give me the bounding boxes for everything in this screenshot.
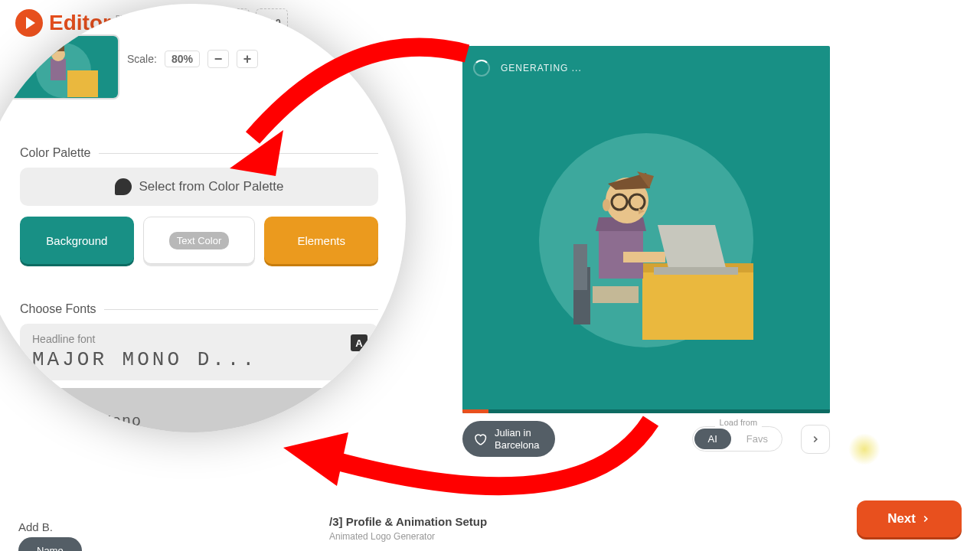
preview-canvas: GENERATING ... bbox=[462, 46, 830, 413]
location-pill[interactable]: Julian in Barcelona bbox=[462, 421, 555, 457]
color-palette-title: Color Palette bbox=[20, 146, 378, 160]
chevron-right-icon bbox=[810, 434, 821, 445]
text-font-name: Cutive Mono bbox=[32, 412, 366, 430]
headline-font-name: MAJOR MONO D... bbox=[32, 348, 366, 371]
name-button[interactable]: Name bbox=[18, 537, 82, 551]
font-badge-icon: A bbox=[351, 334, 368, 351]
scale-minus[interactable]: − bbox=[207, 50, 229, 68]
svg-rect-10 bbox=[593, 286, 639, 303]
color-chips: Background Text Color Elements bbox=[20, 217, 378, 264]
progress-bar bbox=[462, 409, 830, 413]
svg-marker-25 bbox=[283, 432, 348, 486]
load-from-group: Load from AI Favs bbox=[692, 426, 782, 452]
svg-rect-13 bbox=[623, 252, 665, 262]
svg-marker-15 bbox=[654, 267, 738, 275]
logo-icon bbox=[15, 9, 43, 37]
next-preview-button[interactable] bbox=[801, 425, 830, 454]
headline-font-card[interactable]: Headline font MAJOR MONO D... A bbox=[20, 324, 378, 380]
scale-label: Scale: bbox=[127, 53, 157, 65]
text-font-label: Text font bbox=[32, 397, 366, 409]
add-branding-label: Add B. bbox=[18, 520, 53, 533]
next-button[interactable]: Next bbox=[857, 500, 962, 537]
svg-rect-5 bbox=[52, 45, 64, 51]
svg-rect-3 bbox=[51, 59, 66, 80]
scale-plus[interactable]: + bbox=[237, 50, 258, 68]
scale-value: 80% bbox=[165, 51, 200, 67]
headline-font-label: Headline font bbox=[32, 333, 366, 345]
font-badge-icon: A bbox=[351, 399, 368, 416]
text-font-card[interactable]: Text font Cutive Mono A bbox=[20, 388, 378, 432]
chip-background[interactable]: Background bbox=[20, 217, 134, 264]
svg-point-22 bbox=[603, 199, 610, 211]
generating-status: GENERATING ... bbox=[473, 60, 582, 77]
cursor-highlight bbox=[848, 433, 880, 465]
preview-footer: Julian in Barcelona Load from AI Favs bbox=[462, 421, 830, 457]
step-title: /3] Profile & Animation Setup bbox=[329, 515, 487, 528]
magnified-panel: Scale: 80% − + Color Palette Select from… bbox=[0, 4, 406, 432]
svg-rect-9 bbox=[573, 244, 587, 290]
svg-marker-14 bbox=[658, 225, 727, 271]
load-from-label: Load from bbox=[715, 418, 763, 427]
load-favs-button[interactable]: Favs bbox=[733, 427, 782, 451]
palette-select-button[interactable]: Select from Color Palette bbox=[20, 168, 378, 206]
step-subtitle: Animated Logo Generator bbox=[329, 531, 435, 542]
palette-icon bbox=[115, 178, 132, 195]
chip-elements[interactable]: Elements bbox=[264, 217, 378, 264]
scale-controls: Scale: 80% − + bbox=[127, 50, 258, 68]
svg-rect-2 bbox=[67, 70, 98, 97]
chip-text-color[interactable]: Text Color bbox=[143, 217, 256, 264]
fonts-title: Choose Fonts bbox=[20, 302, 378, 316]
spinner-icon bbox=[473, 60, 490, 77]
chevron-right-icon bbox=[920, 514, 931, 524]
load-ai-button[interactable]: AI bbox=[694, 429, 731, 449]
heart-icon bbox=[473, 432, 487, 446]
illustration bbox=[539, 133, 753, 347]
